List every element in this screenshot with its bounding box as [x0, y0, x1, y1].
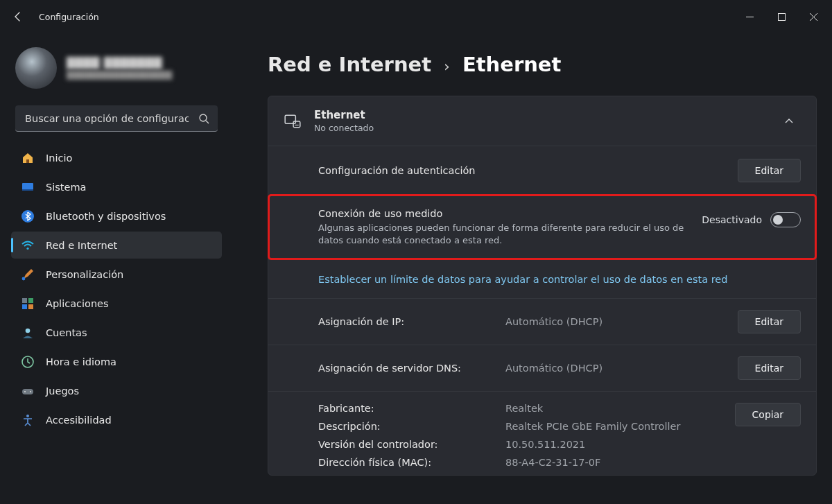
profile-email: ██████████████████ — [67, 71, 172, 80]
nav-label: Aplicaciones — [46, 298, 109, 309]
ip-edit-button[interactable]: Editar — [738, 310, 801, 333]
profile[interactable]: ████ ███████ ██████████████████ — [11, 43, 222, 103]
nav-label: Hora e idioma — [46, 356, 116, 367]
main-content: Red e Internet › Ethernet Ethernet No co… — [229, 33, 832, 504]
nav-label: Accesibilidad — [46, 415, 112, 426]
nav-item-time[interactable]: Hora e idioma — [11, 348, 222, 375]
info-row: Versión del controlador:10.50.511.2021 — [318, 439, 735, 450]
minimize-icon — [746, 13, 754, 21]
svg-rect-12 — [22, 304, 27, 309]
minimize-button[interactable] — [734, 6, 765, 28]
system-icon — [21, 180, 35, 194]
auth-edit-button[interactable]: Editar — [738, 159, 801, 182]
ip-section: Asignación de IP: Automático (DHCP) Edit… — [268, 298, 816, 345]
home-icon — [21, 151, 35, 165]
svg-point-18 — [30, 391, 31, 392]
adapter-info-section: Fabricante:Realtek Descripción:Realtek P… — [268, 391, 816, 475]
auth-section: Configuración de autenticación Editar — [268, 146, 816, 195]
metered-desc: Algunas aplicaciones pueden funcionar de… — [318, 222, 688, 247]
svg-rect-6 — [22, 189, 33, 191]
arrow-left-icon — [12, 11, 24, 22]
svg-rect-1 — [778, 13, 785, 20]
ethernet-icon — [284, 112, 302, 130]
datalimit-row: Establecer un límite de datos para ayuda… — [268, 259, 816, 298]
avatar — [15, 47, 57, 89]
dns-label: Asignación de servidor DNS: — [318, 363, 505, 374]
search-input[interactable] — [15, 105, 218, 132]
nav-label: Cuentas — [46, 327, 87, 338]
user-icon — [21, 326, 35, 340]
breadcrumb: Red e Internet › Ethernet — [268, 53, 817, 76]
profile-name: ████ ███████ — [67, 57, 172, 69]
dns-section: Asignación de servidor DNS: Automático (… — [268, 345, 816, 391]
nav-label: Juegos — [46, 385, 79, 397]
apps-icon — [21, 297, 35, 311]
window-controls — [734, 6, 829, 28]
nav-item-accounts[interactable]: Cuentas — [11, 319, 222, 346]
nav-item-apps[interactable]: Aplicaciones — [11, 290, 222, 317]
close-button[interactable] — [797, 6, 829, 28]
wifi-icon — [21, 238, 35, 252]
breadcrumb-current: Ethernet — [462, 53, 561, 76]
info-row: Fabricante:Realtek — [318, 403, 735, 414]
ethernet-header[interactable]: Ethernet No conectado — [268, 96, 816, 146]
chevron-right-icon: › — [444, 58, 450, 75]
nav-item-games[interactable]: Juegos — [11, 377, 222, 404]
back-button[interactable] — [3, 1, 33, 32]
svg-point-19 — [26, 415, 29, 417]
svg-point-14 — [26, 328, 31, 333]
breadcrumb-root[interactable]: Red e Internet — [268, 53, 431, 76]
search-field[interactable] — [15, 105, 218, 132]
svg-rect-4 — [26, 159, 29, 163]
clock-globe-icon — [21, 355, 35, 369]
metered-section: Conexión de uso medido Algunas aplicacio… — [268, 195, 816, 259]
dns-value: Automático (DHCP) — [505, 363, 738, 374]
close-icon — [810, 13, 817, 21]
auth-label: Configuración de autenticación — [318, 165, 724, 176]
metered-state: Desactivado — [702, 214, 762, 225]
metered-toggle[interactable] — [770, 212, 801, 227]
ip-label: Asignación de IP: — [318, 316, 505, 327]
nav-item-home[interactable]: Inicio — [11, 144, 222, 171]
metered-title: Conexión de uso medido — [318, 208, 688, 219]
expand-toggle[interactable] — [777, 110, 801, 133]
copy-info-button[interactable]: Copiar — [735, 403, 801, 426]
nav-label: Bluetooth y dispositivos — [46, 211, 166, 222]
window-title: Configuración — [39, 12, 99, 22]
ip-value: Automático (DHCP) — [505, 316, 738, 327]
ethernet-card: Ethernet No conectado Configuración de a… — [268, 96, 817, 476]
ethernet-status: No conectado — [314, 123, 374, 133]
svg-point-17 — [24, 391, 26, 392]
dns-edit-button[interactable]: Editar — [738, 356, 801, 380]
svg-rect-20 — [285, 115, 295, 123]
svg-point-9 — [22, 277, 26, 280]
nav: Inicio Sistema Bluetooth y dispositivos … — [11, 144, 222, 433]
datalimit-link[interactable]: Establecer un límite de datos para ayuda… — [318, 274, 727, 285]
nav-item-accessibility[interactable]: Accesibilidad — [11, 406, 222, 433]
maximize-icon — [778, 13, 786, 21]
nav-item-network[interactable]: Red e Internet — [11, 232, 222, 259]
ethernet-title: Ethernet — [314, 109, 374, 121]
info-row: Descripción:Realtek PCIe GbE Family Cont… — [318, 421, 735, 432]
sidebar: ████ ███████ ██████████████████ Inicio S… — [0, 33, 229, 504]
bluetooth-icon — [21, 209, 35, 223]
svg-rect-11 — [28, 298, 33, 303]
titlebar: Configuración — [0, 0, 832, 33]
svg-point-8 — [26, 247, 28, 249]
maximize-button[interactable] — [765, 6, 797, 28]
chevron-up-icon — [784, 116, 794, 126]
nav-item-bluetooth[interactable]: Bluetooth y dispositivos — [11, 202, 222, 229]
brush-icon — [21, 268, 35, 281]
nav-item-personalization[interactable]: Personalización — [11, 261, 222, 288]
metered-toggle-group: Desactivado — [702, 212, 801, 227]
accessibility-icon — [21, 413, 35, 427]
nav-label: Red e Internet — [46, 240, 117, 251]
nav-label: Personalización — [46, 269, 123, 280]
nav-label: Sistema — [46, 182, 86, 193]
gamepad-icon — [21, 384, 35, 398]
svg-rect-16 — [22, 389, 33, 394]
info-row: Dirección física (MAC):88-A4-C2-31-17-0F — [318, 457, 735, 468]
nav-item-system[interactable]: Sistema — [11, 173, 222, 200]
svg-rect-10 — [22, 298, 27, 303]
svg-rect-13 — [28, 304, 33, 309]
